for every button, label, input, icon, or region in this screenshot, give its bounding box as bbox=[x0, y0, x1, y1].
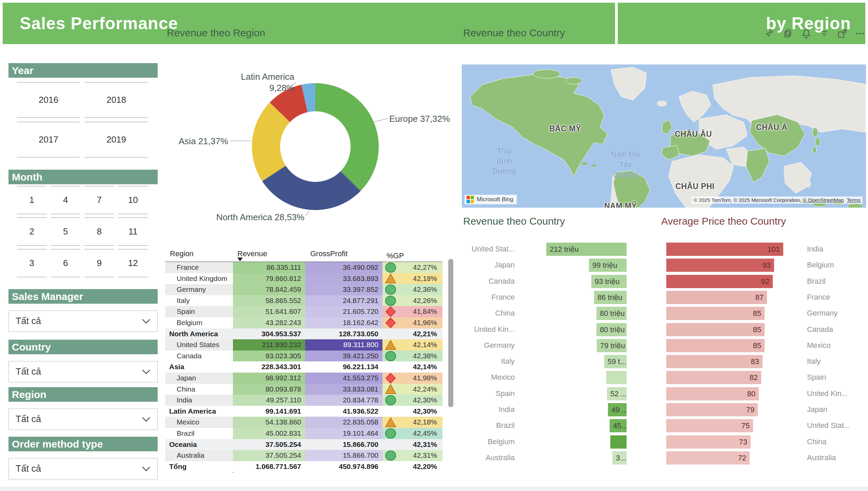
month-button[interactable]: 2 bbox=[17, 218, 47, 246]
revenue-bar[interactable]: 49 ... bbox=[608, 403, 627, 416]
avg-price-bar[interactable]: 72 bbox=[666, 451, 750, 465]
avg-price-bar[interactable]: 80 bbox=[666, 387, 759, 400]
filter-icon[interactable] bbox=[819, 29, 829, 39]
bing-logo[interactable]: Microsoft Bing bbox=[465, 195, 517, 204]
table-row[interactable]: Mexico54.138.86022.835.05842,18% bbox=[165, 417, 442, 428]
table-row[interactable]: United States211.930.23289.311.80042,14% bbox=[165, 339, 442, 351]
revenue-bar[interactable]: 80 triệu bbox=[596, 307, 627, 320]
month-button[interactable]: 10 bbox=[118, 186, 148, 214]
country-dropdown[interactable]: Tất cả bbox=[8, 361, 158, 382]
revenue-bar[interactable]: 212 triệu bbox=[546, 243, 627, 256]
revenue-bar[interactable]: 3... bbox=[612, 451, 627, 465]
table-row[interactable]: Asia228.343.30196.221.13442,14% bbox=[165, 361, 442, 373]
revenue-bar[interactable] bbox=[606, 371, 627, 384]
avg-price-bar[interactable]: 87 bbox=[666, 291, 767, 304]
cell-grossprofit: 41.553.275 bbox=[305, 373, 382, 384]
table-row[interactable]: Spain51.641.60721.605.72041,84% bbox=[165, 306, 442, 317]
avg-price-bar[interactable]: 93 bbox=[666, 259, 774, 272]
cell-pctgp: 42,26% bbox=[382, 295, 442, 306]
month-button[interactable]: 1 bbox=[17, 186, 47, 214]
avg-price-bar[interactable]: 85 bbox=[666, 339, 765, 352]
table-row[interactable]: India49.257.11020.834.77842,30% bbox=[165, 395, 442, 406]
col-header-pctgp[interactable]: %GP bbox=[382, 249, 442, 262]
revenue-bar[interactable]: 52 ... bbox=[607, 387, 627, 400]
kpi-circle-icon bbox=[385, 395, 396, 406]
kpi-circle-icon bbox=[385, 450, 396, 461]
sales-manager-dropdown[interactable]: Tất cả bbox=[8, 310, 158, 332]
sort-descending-icon[interactable] bbox=[237, 258, 243, 261]
region-dropdown[interactable]: Tất cả bbox=[8, 409, 158, 430]
bar-category-label-left: Italy bbox=[465, 357, 515, 366]
table-row[interactable]: Canada93.023.30539.421.25042,38% bbox=[165, 351, 442, 362]
table-row[interactable]: Italy58.865.55224.877.29142,26% bbox=[165, 295, 442, 306]
month-button[interactable]: 3 bbox=[17, 249, 47, 277]
month-button[interactable]: 9 bbox=[84, 249, 114, 277]
avg-price-bar[interactable]: 82 bbox=[666, 371, 761, 384]
month-button[interactable]: 8 bbox=[84, 218, 114, 246]
avg-price-bar[interactable]: 92 bbox=[666, 275, 773, 288]
revenue-bar[interactable]: 79 triệu bbox=[597, 339, 627, 352]
pct-value: 42,45% bbox=[396, 428, 442, 439]
cell-grossprofit: 96.221.134 bbox=[305, 361, 382, 373]
col-header-revenue[interactable]: Revenue bbox=[233, 249, 305, 262]
more-options-icon[interactable] bbox=[855, 29, 865, 39]
avg-price-bar[interactable]: 85 bbox=[666, 323, 765, 336]
revenue-bar[interactable]: 86 triệu bbox=[594, 291, 627, 304]
table-row[interactable]: China80.093.87833.833.08142,24% bbox=[165, 384, 442, 395]
avg-price-bar[interactable]: 85 bbox=[666, 307, 765, 320]
month-button[interactable]: 12 bbox=[118, 249, 148, 277]
revenue-bar[interactable]: 93 triệu bbox=[591, 275, 627, 288]
table-row[interactable]: Oceania37.505.25415.866.70042,31% bbox=[165, 439, 442, 450]
cell-revenue: 98.992.312 bbox=[233, 373, 305, 384]
table-row[interactable]: Japan98.992.31241.553.27541,98% bbox=[165, 373, 442, 384]
donut-slice-europe[interactable] bbox=[315, 83, 379, 191]
table-row[interactable]: United Kingdom79.860.81233.683.89342,18% bbox=[165, 273, 442, 284]
bar-category-label-left: Brazil bbox=[465, 421, 515, 430]
col-header-grossprofit[interactable]: GrossProfit bbox=[305, 249, 382, 262]
order-method-type-dropdown[interactable]: Tất cả bbox=[8, 458, 158, 479]
table-row[interactable]: Belgium43.282.24318.162.64241,96% bbox=[165, 317, 442, 328]
table-row[interactable]: Germany78.842.45933.397.85242,36% bbox=[165, 284, 442, 295]
revenue-bar[interactable]: 45... bbox=[610, 419, 627, 432]
focus-mode-icon[interactable] bbox=[837, 29, 847, 39]
month-button[interactable]: 7 bbox=[84, 186, 114, 214]
month-button[interactable]: 4 bbox=[51, 186, 81, 214]
year-button[interactable]: 2017 bbox=[17, 122, 80, 157]
chevron-down-icon bbox=[142, 417, 151, 422]
openstreetmap-link[interactable]: © OpenStreetMap bbox=[803, 197, 844, 203]
revenue-bar[interactable]: 99 triệu bbox=[589, 259, 627, 272]
month-button[interactable]: 5 bbox=[51, 218, 81, 246]
avg-price-bar[interactable]: 101 bbox=[666, 243, 783, 256]
avg-price-bar[interactable]: 73 bbox=[666, 435, 751, 449]
pin-icon[interactable] bbox=[765, 29, 775, 39]
year-button[interactable]: 2016 bbox=[17, 82, 80, 118]
year-slicer: 2016201820172019 bbox=[17, 82, 148, 157]
table-row[interactable]: Australia37.505.25415.866.70042,31% bbox=[165, 450, 442, 461]
year-button[interactable]: 2018 bbox=[85, 82, 148, 118]
cell-grossprofit: 24.877.291 bbox=[305, 295, 382, 306]
table-row[interactable]: Brazil45.002.83119.101.46442,45% bbox=[165, 428, 442, 439]
revenue-bar[interactable] bbox=[610, 435, 627, 449]
pct-value: 42,14% bbox=[396, 339, 442, 351]
table-row[interactable]: Latin America99.141.69141.936.52242,30% bbox=[165, 406, 442, 417]
avg-price-bar[interactable]: 83 bbox=[666, 355, 763, 368]
avg-price-bar[interactable]: 79 bbox=[666, 403, 758, 416]
table-row[interactable]: North America304.953.537128.733.05042,21… bbox=[165, 328, 442, 340]
revenue-bar[interactable]: 80 triệu bbox=[596, 323, 627, 336]
revenue-bar[interactable]: 59 t... bbox=[604, 355, 627, 368]
avg-price-bar[interactable]: 75 bbox=[666, 419, 753, 432]
table-scrollbar[interactable] bbox=[448, 259, 453, 407]
pct-value: 42,31% bbox=[396, 450, 442, 461]
month-button[interactable]: 11 bbox=[118, 218, 148, 246]
bell-icon[interactable] bbox=[801, 29, 811, 39]
revenue-by-country-map[interactable]: BẮC MỸCHÂU ÂUCHÂU ÁCHÂU PHINAM MỸTháiBìn… bbox=[462, 64, 866, 208]
month-button[interactable]: 6 bbox=[51, 249, 81, 277]
kpi-triangle-icon bbox=[385, 417, 396, 428]
terms-link[interactable]: Terms bbox=[847, 197, 861, 203]
revenue-by-region-donut[interactable]: Europe 37,32%North America 28,53%Asia 21… bbox=[165, 43, 454, 251]
table-row[interactable]: Tổng1.068.771.567450.974.89642,20% bbox=[165, 461, 442, 472]
table-row[interactable]: France86.335.11136.490.09242,27% bbox=[165, 262, 442, 273]
year-button[interactable]: 2019 bbox=[85, 122, 148, 157]
copy-icon[interactable] bbox=[783, 29, 793, 39]
col-header-region[interactable]: Region bbox=[165, 249, 233, 262]
